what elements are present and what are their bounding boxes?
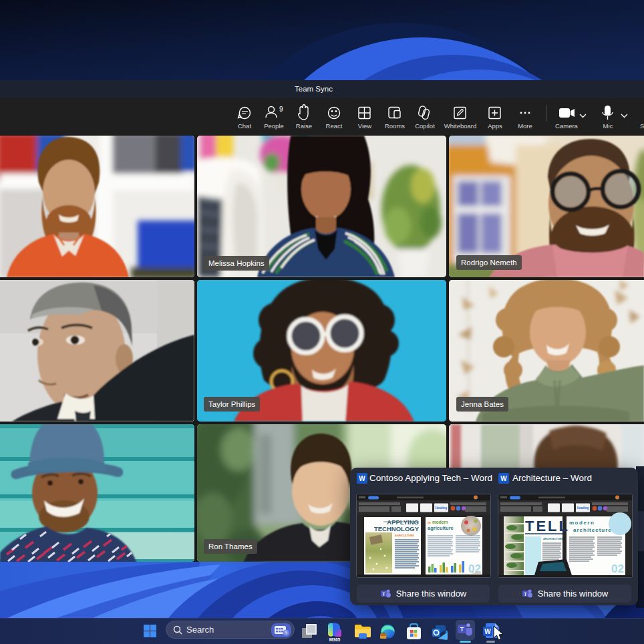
svg-text:Contoso: Contoso — [472, 572, 481, 575]
svg-text:modern: modern — [432, 520, 448, 524]
svg-text:ARCHITECTURE: ARCHITECTURE — [543, 538, 563, 540]
svg-text:Heading: Heading — [436, 506, 448, 510]
svg-text:T: T — [524, 592, 527, 597]
svg-text:TECHNOLOGY: TECHNOLOGY — [374, 525, 420, 532]
svg-text:modern: modern — [569, 520, 595, 526]
svg-text:AGRICULTURE: AGRICULTURE — [395, 534, 414, 537]
svg-text:to: to — [428, 520, 431, 524]
svg-text:T: T — [382, 592, 385, 597]
svg-text:Heading: Heading — [577, 506, 589, 510]
svg-text:M365: M365 — [329, 637, 341, 642]
svg-text:T: T — [460, 626, 464, 633]
svg-text:TELL: TELL — [525, 518, 570, 534]
svg-text:architecture: architecture — [573, 527, 612, 533]
svg-text:W: W — [500, 475, 507, 482]
svg-text:W: W — [484, 628, 491, 635]
svg-text:agriculture: agriculture — [428, 525, 454, 531]
svg-text:W: W — [359, 475, 365, 482]
svg-text:9: 9 — [279, 106, 283, 113]
svg-text:02: 02 — [611, 562, 624, 575]
